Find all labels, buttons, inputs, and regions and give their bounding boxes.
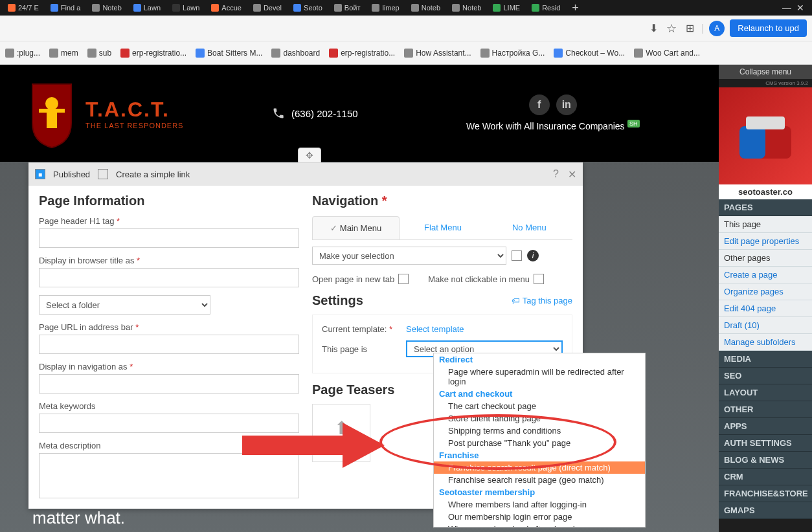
sidebar-item-edit-404[interactable]: Edit 404 page bbox=[719, 300, 812, 317]
page-info-title: Page Information bbox=[39, 194, 299, 208]
tag-page-link[interactable]: 🏷Tag this page bbox=[512, 296, 572, 305]
info-icon[interactable]: i bbox=[527, 250, 539, 261]
page-type-dropdown[interactable]: Redirect Page where superadmin will be r… bbox=[433, 353, 646, 527]
sidebar-item-organize[interactable]: Organize pages bbox=[719, 283, 812, 300]
new-tab-button[interactable]: + bbox=[567, 1, 584, 15]
svg-rect-7 bbox=[739, 126, 765, 159]
sidebar-section-media[interactable]: MEDIA bbox=[719, 351, 812, 368]
nav-extra-checkbox[interactable] bbox=[512, 250, 522, 261]
relaunch-button[interactable]: Relaunch to upd bbox=[730, 19, 807, 37]
published-checkbox[interactable] bbox=[35, 169, 45, 179]
bookmark-item[interactable]: dashboard bbox=[271, 49, 320, 58]
page-url-input[interactable] bbox=[39, 335, 299, 354]
sidebar-section-crm[interactable]: CRM bbox=[719, 469, 812, 485]
sidebar-section-auth[interactable]: AUTH SETTINGS bbox=[719, 435, 812, 452]
collapse-menu-button[interactable]: Collapse menu bbox=[719, 65, 812, 79]
browser-tab[interactable]: Noteb bbox=[406, 1, 445, 14]
browser-tab[interactable]: Find a bbox=[45, 1, 86, 14]
drag-handle-icon[interactable]: ✥ bbox=[298, 148, 321, 163]
select-template-link[interactable]: Select template bbox=[406, 324, 464, 334]
browser-tab[interactable]: Devel bbox=[248, 1, 287, 14]
bookmark-item[interactable]: Woo Cart and... bbox=[634, 49, 700, 58]
dropdown-item[interactable]: Page where superadmin will be redirected… bbox=[434, 366, 645, 388]
new-tab-checkbox[interactable] bbox=[398, 274, 409, 284]
browser-tab[interactable]: Lawn bbox=[167, 1, 205, 14]
dropdown-item[interactable]: Franchise search result page (geo match) bbox=[434, 474, 645, 486]
create-link-checkbox[interactable] bbox=[98, 169, 108, 179]
install-icon[interactable]: ⬇ bbox=[647, 22, 660, 35]
svg-rect-8 bbox=[746, 116, 785, 129]
nav-as-input[interactable] bbox=[39, 374, 299, 393]
dropdown-item[interactable]: Where members land after signed-up bbox=[434, 523, 645, 527]
bookmark-star-icon[interactable] bbox=[665, 22, 678, 35]
browser-title-input[interactable] bbox=[39, 268, 299, 287]
browser-tab[interactable]: 24/7 E bbox=[3, 1, 44, 14]
bookmark-item[interactable]: Checkout – Wo... bbox=[554, 49, 625, 58]
bookmark-item[interactable]: How Assistant... bbox=[404, 49, 471, 58]
logo-title: T.A.C.T. bbox=[85, 98, 183, 122]
browser-tab[interactable]: Accue bbox=[206, 1, 247, 14]
dropdown-item[interactable]: The cart checkout page bbox=[434, 400, 645, 412]
sidebar-section-layout[interactable]: LAYOUT bbox=[719, 384, 812, 401]
help-icon[interactable]: ? bbox=[553, 168, 559, 181]
bookmark-item[interactable]: erp-registratio... bbox=[329, 49, 395, 58]
bookmark-item[interactable]: Настройка G... bbox=[480, 49, 545, 58]
browser-tab[interactable]: Войт bbox=[329, 1, 366, 14]
meta-keywords-label: Meta keywords bbox=[39, 401, 299, 411]
facebook-icon[interactable]: f bbox=[529, 94, 550, 115]
nav-tab-flat[interactable]: Flat Menu bbox=[400, 216, 486, 239]
svg-rect-1 bbox=[47, 109, 57, 128]
sidebar-item-this-page[interactable]: This page bbox=[719, 216, 812, 233]
bookmark-item[interactable]: Boat Sitters M... bbox=[196, 49, 262, 58]
nav-tab-none[interactable]: No Menu bbox=[486, 216, 572, 239]
extensions-icon[interactable] bbox=[683, 22, 696, 35]
brand-text: seotoaster.co bbox=[719, 184, 812, 199]
meta-desc-textarea[interactable] bbox=[39, 453, 299, 498]
sidebar-item-draft[interactable]: Draft (10) bbox=[719, 317, 812, 334]
sidebar-item-other-pages[interactable]: Other pages bbox=[719, 250, 812, 267]
linkedin-icon[interactable]: in bbox=[556, 94, 577, 115]
browser-tab[interactable]: Lawn bbox=[128, 1, 166, 14]
dropdown-item[interactable]: Post purchase "Thank you" page bbox=[434, 437, 645, 449]
sh-badge: SH bbox=[627, 120, 640, 127]
bookmark-item[interactable]: mem bbox=[49, 49, 78, 58]
sidebar-item-create-page[interactable]: Create a page bbox=[719, 267, 812, 283]
window-minimize-icon[interactable]: — bbox=[782, 3, 791, 13]
dropdown-item[interactable]: Shipping terms and conditions bbox=[434, 425, 645, 437]
dropdown-item[interactable]: Store client landing page bbox=[434, 412, 645, 425]
navigation-select[interactable]: Make your selection bbox=[312, 247, 506, 265]
sidebar-section-blog[interactable]: BLOG & NEWS bbox=[719, 452, 812, 469]
folder-select[interactable]: Select a folder bbox=[39, 295, 210, 315]
browser-tab[interactable]: LIME bbox=[488, 1, 525, 14]
nav-tab-main[interactable]: Main Menu bbox=[312, 216, 400, 239]
sidebar-section-other[interactable]: OTHER bbox=[719, 401, 812, 418]
sidebar-section-apps[interactable]: APPS bbox=[719, 418, 812, 435]
svg-rect-2 bbox=[39, 109, 47, 113]
sidebar-section-franchise[interactable]: FRANCHISE&STORE bbox=[719, 485, 812, 502]
sidebar-item-subfolders[interactable]: Manage subfolders bbox=[719, 334, 812, 351]
close-icon[interactable]: ✕ bbox=[568, 168, 576, 181]
not-clickable-checkbox[interactable] bbox=[534, 274, 544, 284]
sidebar-section-gmaps[interactable]: GMAPS bbox=[719, 502, 812, 519]
window-close-icon[interactable]: ✕ bbox=[796, 3, 804, 13]
bookmark-item[interactable]: :plug... bbox=[5, 49, 40, 58]
bookmark-item[interactable]: erp-registratio... bbox=[120, 49, 186, 58]
browser-tab[interactable]: Noteb bbox=[447, 1, 486, 14]
sidebar-section-seo[interactable]: SEO bbox=[719, 368, 812, 384]
sidebar-item-edit-props[interactable]: Edit page properties bbox=[719, 233, 812, 250]
dropdown-item[interactable]: Our membership login error page bbox=[434, 511, 645, 523]
dropdown-item[interactable]: Where members land after logging-in bbox=[434, 498, 645, 511]
h1-input[interactable] bbox=[39, 228, 299, 248]
published-label: Published bbox=[53, 170, 90, 179]
browser-tab[interactable]: Resid bbox=[526, 1, 565, 14]
meta-keywords-input[interactable] bbox=[39, 414, 299, 433]
profile-avatar[interactable]: A bbox=[709, 21, 725, 36]
browser-tab[interactable]: Noteb bbox=[87, 1, 126, 14]
dropdown-item-highlighted[interactable]: Franchise search result page (direct mat… bbox=[434, 461, 645, 474]
browser-title-label: Display in browser title as * bbox=[39, 256, 299, 265]
sidebar-section-pages[interactable]: PAGES bbox=[719, 199, 812, 216]
browser-tab[interactable]: Seoto bbox=[288, 1, 328, 14]
bookmark-item[interactable]: sub bbox=[87, 49, 111, 58]
browser-tab[interactable]: limep bbox=[367, 1, 404, 14]
upload-teaser-box[interactable]: ⬆ d an bbox=[312, 404, 370, 462]
